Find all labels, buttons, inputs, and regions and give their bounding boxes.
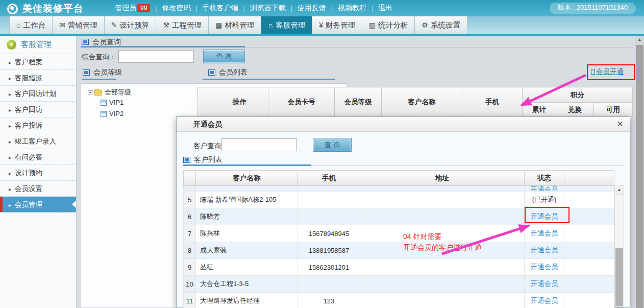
cell-extra — [564, 186, 614, 192]
dialog-header: 开通会员 ✕ — [177, 117, 630, 132]
tab-project[interactable]: ⚒工程管理 — [156, 16, 209, 34]
topbar-menu-logout[interactable]: 退出 — [373, 4, 398, 13]
open-member-link[interactable]: 开通会员 — [531, 297, 558, 304]
cell-rownum: 7 — [184, 225, 196, 242]
sidebar-item-label: 客户回访计划 — [15, 90, 56, 98]
cell-extra — [564, 259, 614, 276]
sidebar-item-member-management[interactable]: ▸会员管理 — [0, 197, 76, 212]
customer-search-button[interactable]: 查 询 — [313, 138, 352, 152]
topbar-menu: 管理员99|修改密码|手机客户端|浏览器下载|使用反馈|视频教程|退出 — [110, 0, 398, 16]
query-label: 综合查询： — [82, 53, 116, 62]
topbar-menu-feedback[interactable]: 使用反馈 — [292, 4, 331, 13]
tab-statistics[interactable]: ▥统计分析 — [362, 16, 415, 34]
nav-tabs: ⌂工作台✉营销管理✎设计预算⚒工程管理▦材料管理∩客服管理¥财务管理▥统计分析⚙… — [9, 16, 644, 34]
sidebar-item-customer-visit[interactable]: ▸客户回访 — [0, 102, 76, 117]
tab-system-settings[interactable]: ⚙系统设置 — [415, 16, 467, 34]
tab-workbench[interactable]: ⌂工作台 — [9, 16, 53, 34]
sidebar-item-label: 客服指派 — [15, 74, 42, 82]
page-scrollbar-thumb[interactable] — [636, 45, 643, 308]
cell-phone: 15678948945 — [298, 225, 360, 242]
table-scrollbar-thumb[interactable] — [615, 248, 623, 306]
open-member-link[interactable]: 开通会员 — [531, 280, 558, 288]
sidebar-item-member-settings[interactable]: ▸会员设置 — [0, 181, 76, 197]
cell-rownum: 10 — [184, 276, 196, 293]
tree-item-vip2[interactable]: VIP2 — [101, 110, 123, 117]
sidebar-item-service-assign[interactable]: ▸客服指派 — [0, 70, 76, 86]
topbar-menu-change-password[interactable]: 修改密码 — [157, 4, 195, 13]
topbar-menu-admin[interactable]: 管理员99 — [110, 4, 155, 13]
sidebar-item-customer-files[interactable]: ▸客户档案 — [0, 54, 76, 70]
sidebar-item-design-appointment[interactable]: ▸设计预约 — [0, 165, 76, 181]
sidebar-item-label: 会员设置 — [15, 185, 42, 193]
sidebar-item-label: 客户档案 — [15, 58, 42, 66]
triangle-icon: ▸ — [9, 202, 11, 208]
cell-address — [360, 225, 525, 242]
cell-name — [196, 186, 298, 192]
sidebar-item-label: 客户回访 — [15, 106, 42, 113]
topbar-menu-video-tutorial[interactable]: 视频教程 — [333, 4, 371, 13]
cell-extra — [564, 242, 614, 259]
topbar-menu-browser-download[interactable]: 浏览器下载 — [245, 4, 291, 13]
cell-customer-name: 大理路理发店任经理 — [196, 293, 298, 308]
close-icon[interactable]: ✕ — [617, 119, 624, 129]
open-member-link[interactable]: 开通会员 — [531, 263, 558, 271]
customer-col-rownum — [184, 171, 196, 186]
tab-label: 营销管理 — [68, 20, 97, 30]
open-member-link[interactable]: 开通会员 — [531, 186, 558, 191]
tree-item-vip1[interactable]: VIP1 — [101, 99, 123, 106]
customer-search-input[interactable] — [221, 138, 297, 151]
cell-rownum: 8 — [184, 242, 196, 259]
scroll-up-arrow-icon[interactable]: ▲ — [635, 36, 644, 44]
section-title-customer-list: 客户列表 — [194, 155, 222, 164]
combined-query-input[interactable] — [118, 50, 194, 63]
panel-icon — [183, 157, 190, 163]
scroll-up-arrow-icon[interactable]: ▲ — [615, 186, 624, 195]
open-member-link[interactable]: 开通会员 — [531, 246, 558, 254]
sidebar-header[interactable]: ▼ 客服管理 — [0, 36, 76, 54]
tab-marketing[interactable]: ✉营销管理 — [53, 16, 105, 34]
sidebar-item-visit-plan[interactable]: ▸客户回访计划 — [0, 86, 76, 102]
table-row: 10大合仓工程1-3-5开通会员 — [184, 276, 614, 293]
section-title-member-level: 会员等级 — [93, 68, 122, 77]
member-col-card: 会员卡号 — [268, 87, 335, 117]
app-title: 美佳装修平台 — [22, 2, 84, 15]
sidebar-item-completed-entry[interactable]: ▸竣工客户录入 — [0, 133, 76, 149]
customer-table: 客户名称 手机 地址 状态 开通会员5陈瑞 新希望国际A栋2-105(已开通)6… — [183, 170, 614, 308]
table-row: 5陈瑞 新希望国际A栋2-105(已开通) — [184, 192, 614, 208]
sidebar-item-label: 会员管理 — [15, 201, 42, 208]
triangle-icon: ▸ — [9, 155, 11, 160]
sidebar-item-complaints[interactable]: ▸客户投诉 — [0, 117, 76, 133]
open-member-link[interactable]: 开通会员 — [531, 212, 558, 220]
topbar-menu-mobile-client[interactable]: 手机客户端 — [197, 4, 243, 13]
message-icon: ✉ — [59, 21, 65, 29]
page-scrollbar[interactable]: ▲ — [635, 36, 644, 308]
member-col-level: 会员等级 — [335, 87, 382, 117]
tab-label: 设计预算 — [119, 20, 149, 30]
tree-root[interactable]: 全部等级 — [88, 88, 131, 97]
sidebar-item-label: 有问必答 — [15, 153, 42, 161]
tab-customer-service[interactable]: ∩客服管理 — [261, 16, 312, 34]
dialog-title: 开通会员 — [193, 117, 222, 132]
tab-material[interactable]: ▦材料管理 — [209, 16, 261, 34]
member-open-link[interactable]: 会员开通 — [591, 67, 624, 77]
cell-address — [360, 293, 525, 308]
section-accent — [82, 79, 116, 80]
sidebar-item-label: 设计预约 — [15, 169, 42, 177]
triangle-icon: ▸ — [9, 123, 11, 129]
sidebar-title: 客服管理 — [21, 40, 52, 50]
triangle-icon: ▸ — [9, 76, 11, 81]
users-icon: ⚒ — [163, 21, 169, 29]
cell-status: 开通会员 — [525, 208, 564, 225]
sidebar-item-qa[interactable]: ▸有问必答 — [0, 149, 76, 165]
dialog-body: 客户查询 查 询 客户列表 客户名称 手机 地址 状态 开通会员5陈瑞 新希望国… — [177, 132, 630, 307]
open-member-link[interactable]: 开通会员 — [531, 229, 558, 237]
cell-extra — [564, 293, 614, 308]
chevron-down-icon[interactable]: ▼ — [7, 40, 16, 50]
tab-design-budget[interactable]: ✎设计预算 — [105, 16, 157, 34]
collapse-minus-icon[interactable] — [88, 90, 92, 95]
query-button[interactable]: 查 询 — [203, 50, 245, 63]
cell-num — [184, 186, 196, 192]
tab-finance[interactable]: ¥财务管理 — [312, 16, 362, 34]
table-scrollbar[interactable]: ▲ — [614, 185, 624, 307]
tab-label: 客服管理 — [276, 20, 305, 30]
